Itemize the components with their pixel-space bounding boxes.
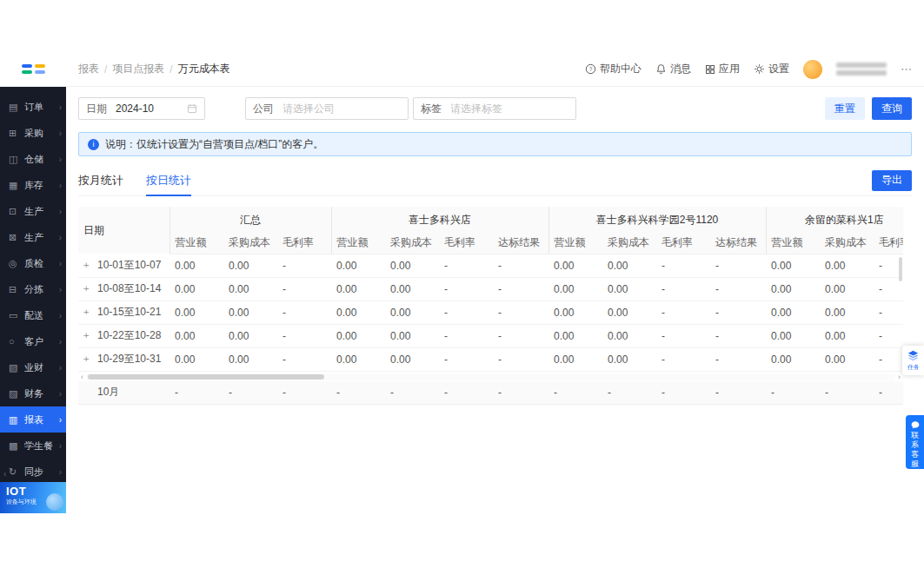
- expand-toggle[interactable]: +: [83, 260, 93, 270]
- table-cell: 0.00: [170, 301, 223, 324]
- sidebar: ▤订单›⊞采购›◫仓储›▦库存›⊡生产›⊠生产›◎质检›⊟分拣›▭配送›○客户›…: [0, 52, 66, 513]
- sidebar-collapse-icon[interactable]: ‹: [3, 469, 6, 479]
- table-cell: -: [656, 301, 710, 324]
- sidebar-item-purchase[interactable]: ⊞采购›: [0, 120, 66, 146]
- sidebar-item-label: 库存: [24, 179, 59, 192]
- breadcrumb-item[interactable]: 项目点报表: [112, 62, 164, 76]
- messages-link[interactable]: 消息: [655, 62, 691, 76]
- table-cell: 0.00: [331, 324, 385, 347]
- sidebar-item-label: 质检: [24, 257, 59, 270]
- table-cell: 0.00: [602, 324, 656, 347]
- sidebar-item-sync[interactable]: ↻同步›: [0, 459, 66, 485]
- sidebar-item-delivery[interactable]: ▭配送›: [0, 302, 66, 328]
- table-cell: -: [656, 324, 710, 347]
- table-cell: 0.00: [331, 301, 385, 324]
- sidebar-item-orders[interactable]: ▤订单›: [0, 94, 66, 120]
- reset-button[interactable]: 重置: [825, 97, 865, 120]
- contact-support-widget[interactable]: 联系客服: [906, 415, 924, 469]
- table-cell: 0.00: [766, 347, 820, 371]
- apps-link[interactable]: 应用: [705, 62, 740, 76]
- sidebar-item-reports[interactable]: ▥报表›: [0, 406, 66, 433]
- table-cell: -: [874, 324, 903, 347]
- date-filter[interactable]: 日期 2024-10: [78, 97, 205, 120]
- export-button[interactable]: 导出: [872, 170, 912, 191]
- row-date-cell: +10-08至10-14: [78, 277, 170, 301]
- svg-text:?: ?: [589, 66, 593, 72]
- tasks-widget[interactable]: 任务: [902, 346, 924, 375]
- production-2-icon: ⊠: [9, 232, 22, 243]
- user-avatar[interactable]: [803, 60, 822, 79]
- tasks-label: 任务: [907, 362, 920, 370]
- sidebar-item-finance[interactable]: ▨财务›: [0, 380, 66, 406]
- logo-mark: [35, 70, 45, 74]
- expand-toggle[interactable]: +: [83, 307, 93, 317]
- topnav: ? 帮助中心 消息 应用 设置 ⋯: [585, 60, 912, 79]
- sidebar-item-sorting[interactable]: ⊟分拣›: [0, 276, 66, 302]
- production-1-icon: ⊡: [9, 206, 22, 217]
- col-header: 达标结果: [710, 233, 766, 254]
- scrollbar-track[interactable]: [86, 373, 895, 380]
- sidebar-item-biz-finance[interactable]: ▧业财›: [0, 354, 66, 380]
- expand-toggle[interactable]: +: [83, 330, 93, 340]
- sidebar-item-label: 业财: [24, 361, 59, 374]
- table-row: +10-01至10-070.000.00-0.000.00--0.000.00-…: [78, 254, 903, 277]
- sync-icon: ↻: [9, 466, 22, 478]
- table-cell: 0.00: [820, 324, 874, 347]
- more-menu-icon[interactable]: ⋯: [901, 63, 912, 76]
- settings-link[interactable]: 设置: [754, 62, 789, 76]
- sidebar-item-production-2[interactable]: ⊠生产›: [0, 224, 66, 250]
- sidebar-item-label: 同步: [24, 466, 59, 479]
- group-header: 汇总: [170, 207, 331, 233]
- col-header: 毛利率: [874, 233, 903, 254]
- tab-daily[interactable]: 按日统计: [146, 165, 191, 195]
- sidebar-item-student-meal[interactable]: ▩学生餐›: [0, 433, 66, 459]
- sidebar-item-inventory[interactable]: ▦库存›: [0, 172, 66, 198]
- table-cell: 0.00: [170, 277, 223, 301]
- table-cell: 0.00: [766, 277, 820, 301]
- table-cell: -: [493, 324, 548, 347]
- chevron-right-icon: ›: [59, 155, 62, 164]
- sidebar-footer-iot[interactable]: IOT 设备与环境: [0, 482, 66, 513]
- company-filter-placeholder: 请选择公司: [283, 102, 335, 116]
- logo-mark: [22, 70, 32, 74]
- table-cell: -: [439, 347, 493, 371]
- sidebar-item-label: 生产: [24, 205, 59, 218]
- sidebar-item-production-1[interactable]: ⊡生产›: [0, 198, 66, 224]
- purchase-icon: ⊞: [9, 128, 22, 139]
- chevron-right-icon: ›: [59, 259, 62, 268]
- table-cell: 0.00: [385, 301, 439, 324]
- tag-filter-label: 标签: [421, 102, 442, 116]
- help-center-link[interactable]: ? 帮助中心: [585, 62, 641, 76]
- table-row: +10-15至10-210.000.00-0.000.00--0.000.00-…: [78, 301, 903, 324]
- table-cell: -: [656, 254, 710, 277]
- group-header: 喜士多科兴科学园2号1120: [548, 207, 766, 233]
- tab-monthly[interactable]: 按月统计: [78, 165, 123, 195]
- gear-icon: [754, 63, 765, 75]
- breadcrumb-item: 万元成本表: [178, 62, 230, 76]
- table-cell: -: [439, 254, 493, 277]
- sidebar-item-warehouse[interactable]: ◫仓储›: [0, 146, 66, 172]
- breadcrumb-item[interactable]: 报表: [78, 62, 99, 76]
- table-cell: 0.00: [602, 254, 656, 277]
- vertical-scrollbar-thumb[interactable]: [899, 257, 902, 281]
- expand-toggle[interactable]: +: [83, 353, 93, 364]
- scroll-left-icon[interactable]: ‹: [78, 373, 86, 381]
- company-filter[interactable]: 公司 请选择公司: [245, 97, 409, 120]
- sidebar-item-quality[interactable]: ◎质检›: [0, 250, 66, 276]
- expand-toggle[interactable]: +: [83, 283, 93, 294]
- query-button[interactable]: 查询: [872, 97, 912, 120]
- table-cell: -: [493, 347, 548, 371]
- app-logo[interactable]: [0, 52, 66, 87]
- tag-filter[interactable]: 标签 请选择标签: [413, 97, 576, 120]
- col-header: 采购成本: [602, 233, 656, 254]
- scrollbar-thumb[interactable]: [88, 374, 324, 380]
- table-row: +10-08至10-140.000.00-0.000.00--0.000.00-…: [78, 277, 903, 301]
- table-cell: 0.00: [820, 301, 874, 324]
- sidebar-item-label: 财务: [24, 387, 59, 400]
- sidebar-item-customers[interactable]: ○客户›: [0, 328, 66, 354]
- table-cell: -: [710, 381, 766, 405]
- table-cell: 0.00: [223, 277, 277, 301]
- contact-support-label: 联系客服: [911, 431, 920, 469]
- table-cell: -: [170, 381, 223, 405]
- sidebar-menu: ▤订单›⊞采购›◫仓储›▦库存›⊡生产›⊠生产›◎质检›⊟分拣›▭配送›○客户›…: [0, 87, 66, 485]
